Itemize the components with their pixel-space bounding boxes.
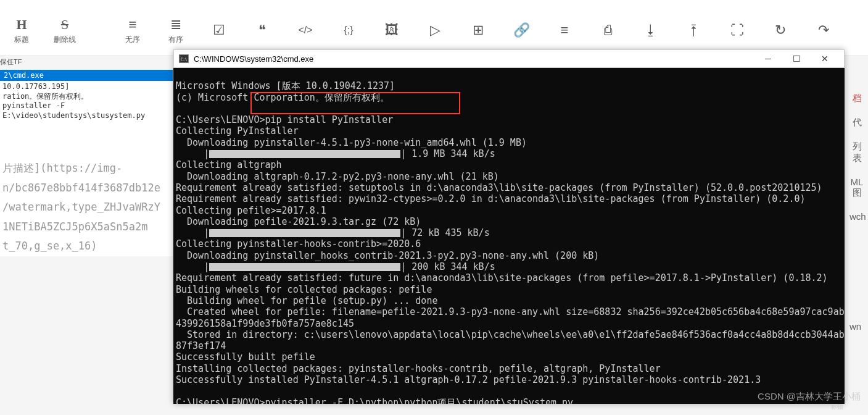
link-icon: 🔗 xyxy=(513,20,530,40)
progress-bar xyxy=(209,229,400,237)
heading-icon: H xyxy=(16,15,27,35)
watermark: CSDN @吉林大学王小桶 标顿 xyxy=(758,391,861,411)
ol-icon: ≣ xyxy=(170,15,181,35)
tool-image[interactable]: 🖼 xyxy=(370,20,413,40)
tool-inlinecode[interactable]: </> xyxy=(284,20,327,40)
quote-icon: ❝ xyxy=(258,20,266,40)
tab-doc[interactable]: 档 xyxy=(846,86,868,111)
tool-toc[interactable]: ≡ xyxy=(543,20,586,40)
editor-toolbar: H标题 S删除线 ≡无序 ≣有序 ☑ ❝ </> {;} 🖼 ▷ ⊞ 🔗 ≡ ⎙… xyxy=(0,0,868,56)
minimize-button[interactable]: ─ xyxy=(754,49,782,68)
left-panel: 2\cmd.exe 10.0.17763.195] ration。保留所有权利。… xyxy=(0,70,173,256)
cmd-output[interactable]: Microsoft Windows [版本 10.0.19042.1237] (… xyxy=(173,68,845,404)
partial-text: 保任TF xyxy=(0,57,22,67)
tool-codeblock[interactable]: {;} xyxy=(327,20,370,40)
tool-undo[interactable]: ↻ xyxy=(759,20,802,40)
tool-link[interactable]: 🔗 xyxy=(500,20,543,40)
tool-quote[interactable]: ❝ xyxy=(241,20,284,40)
download-icon: ⭳ xyxy=(644,20,658,40)
fullscreen-icon: ⛶ xyxy=(730,20,744,40)
left-selected-item[interactable]: 2\cmd.exe xyxy=(0,70,173,81)
tab-wch[interactable]: wch xyxy=(846,205,868,228)
tool-fullscreen[interactable]: ⛶ xyxy=(716,20,759,40)
cmd-titlebar[interactable]: C:\WINDOWS\system32\cmd.exe ─ ☐ ✕ xyxy=(173,49,845,68)
tab-wn[interactable]: wn xyxy=(846,315,865,338)
tool-unordered[interactable]: ≡无序 xyxy=(111,15,154,45)
tool-checkbox[interactable]: ☑ xyxy=(197,20,241,40)
mini-console: 10.0.17763.195] ration。保留所有权利。 pyinstall… xyxy=(0,81,173,122)
print-icon: ⎙ xyxy=(604,20,612,40)
tab-list[interactable]: 列表 xyxy=(846,135,868,170)
redo-icon: ↷ xyxy=(818,20,829,40)
cmd-icon xyxy=(179,54,189,63)
tab-code[interactable]: 代 xyxy=(846,111,868,135)
maximize-button[interactable]: ☐ xyxy=(782,49,811,68)
image-icon: 🖼 xyxy=(385,20,399,40)
upload-icon: ⭱ xyxy=(687,20,701,40)
tool-ordered[interactable]: ≣有序 xyxy=(154,15,197,45)
tab-ml[interactable]: ML图 xyxy=(846,170,868,205)
code-icon: </> xyxy=(298,20,312,40)
table-icon: ⊞ xyxy=(473,20,484,40)
markdown-source[interactable]: 片描述](https://img- n/bc867e8bbf414f3687db… xyxy=(0,159,173,256)
tool-redo[interactable]: ↷ xyxy=(802,20,845,40)
toc-icon: ≡ xyxy=(561,20,569,40)
right-sidebar: 档 代 列表 ML图 wch wn xyxy=(846,86,868,228)
codeblock-icon: {;} xyxy=(344,20,353,40)
tool-export[interactable]: ⭱ xyxy=(672,20,716,40)
video-icon: ▷ xyxy=(430,20,440,40)
check-icon: ☑ xyxy=(213,20,225,40)
progress-bar xyxy=(209,263,400,271)
close-button[interactable]: ✕ xyxy=(811,49,839,68)
undo-icon: ↻ xyxy=(775,20,786,40)
ul-icon: ≡ xyxy=(129,15,137,35)
progress-bar xyxy=(209,150,400,158)
tool-heading[interactable]: H标题 xyxy=(0,15,43,45)
tool-strikethrough[interactable]: S删除线 xyxy=(43,15,86,45)
cmd-title: C:\WINDOWS\system32\cmd.exe xyxy=(194,54,754,64)
tool-import[interactable]: ⭳ xyxy=(629,20,672,40)
tool-video[interactable]: ▷ xyxy=(413,20,457,40)
strike-icon: S xyxy=(61,15,68,35)
tool-print[interactable]: ⎙ xyxy=(586,20,629,40)
tool-table[interactable]: ⊞ xyxy=(457,20,500,40)
cmd-window: C:\WINDOWS\system32\cmd.exe ─ ☐ ✕ Micros… xyxy=(173,49,845,404)
